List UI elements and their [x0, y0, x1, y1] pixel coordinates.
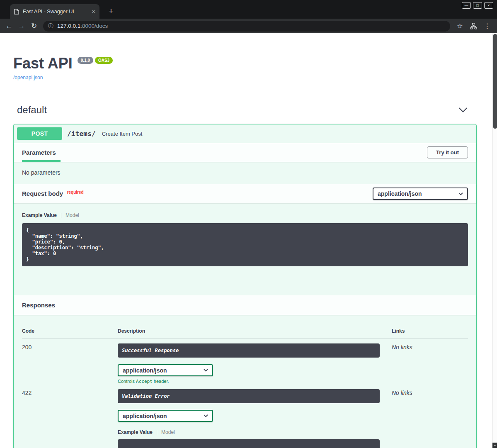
browser-toolbar: ← → ↻ ⓘ 127.0.0.1 :8000/docs ☆ ⋮	[0, 19, 497, 33]
request-body-content: Example Value Model { "name": "string", …	[14, 203, 476, 295]
request-media-type-select[interactable]: application/json	[373, 187, 468, 200]
response-code-422: 422	[22, 384, 118, 448]
request-body-label: Request body	[22, 190, 63, 197]
browser-tabstrip: Fast API - Swagger UI × + — □ ×	[0, 0, 497, 19]
response-description-422: Validation Error	[118, 389, 380, 403]
request-example-json: { "name": "string", "price": 0, "descrip…	[22, 223, 468, 266]
parameters-header: Parameters Try it out	[14, 143, 476, 162]
openapi-spec-link[interactable]: /openapi.json	[13, 75, 43, 80]
response-row-200: 200 Successful Response application/json…	[22, 338, 468, 384]
api-header: Fast API 0.1.0 OAS3	[13, 56, 477, 71]
required-label: required	[67, 190, 84, 195]
browser-tab[interactable]: Fast API - Swagger UI ×	[10, 4, 99, 19]
page-content: Fast API 0.1.0 OAS3 /openapi.json defaul…	[0, 33, 492, 448]
tab-example-value[interactable]: Example Value	[118, 429, 153, 435]
scroll-down-button[interactable]	[492, 443, 497, 448]
tab-close-icon[interactable]: ×	[92, 8, 95, 15]
tab-model[interactable]: Model	[161, 429, 175, 435]
col-header-code: Code	[22, 328, 118, 338]
responses-table-head: Code Description Links	[22, 328, 468, 338]
address-bar[interactable]: ⓘ 127.0.0.1 :8000/docs	[43, 21, 450, 32]
chevron-down-icon	[458, 107, 468, 113]
response-links-422: No links	[380, 384, 468, 448]
col-header-description: Description	[118, 328, 380, 338]
bookmark-star-icon[interactable]: ☆	[454, 20, 465, 32]
select-chevron-icon	[204, 414, 208, 417]
response-code-200: 200	[22, 338, 118, 384]
window-maximize-button[interactable]: □	[473, 2, 482, 9]
col-header-links: Links	[380, 328, 468, 338]
tab-example-value[interactable]: Example Value	[22, 212, 57, 218]
try-it-out-button[interactable]: Try it out	[427, 146, 468, 158]
response-example-json-partial	[118, 439, 380, 448]
back-button[interactable]: ←	[3, 20, 15, 32]
response-media-type-select-200[interactable]: application/json	[118, 364, 213, 376]
swagger-wrapper: Fast API 0.1.0 OAS3 /openapi.json defaul…	[0, 33, 492, 448]
window-controls: — □ ×	[462, 2, 493, 9]
response-description-cell: Validation Error application/json Exampl…	[118, 384, 380, 448]
response-media-type-select-422[interactable]: application/json	[118, 410, 213, 422]
tag-title: default	[17, 104, 47, 116]
response-description-200: Successful Response	[118, 343, 380, 358]
tab-title: Fast API - Swagger UI	[23, 9, 89, 15]
response-row-422: 422 Validation Error application/json Ex…	[22, 384, 468, 448]
tab-groups-icon[interactable]	[468, 20, 479, 32]
accept-note-prefix: Controls	[118, 379, 136, 384]
page-favicon-icon	[14, 9, 19, 15]
responses-header: Responses	[14, 295, 476, 315]
example-model-tabs: Example Value Model	[118, 429, 380, 435]
version-badge: 0.1.0	[78, 57, 93, 64]
window-minimize-button[interactable]: —	[462, 2, 471, 9]
method-badge: POST	[17, 127, 62, 140]
browser-window: Fast API - Swagger UI × + — □ × ← → ↻ ⓘ …	[0, 0, 497, 448]
tab-divider	[61, 213, 61, 218]
accept-note-code: Accept	[136, 379, 153, 384]
selected-media-type: application/json	[378, 190, 422, 197]
operation-summary[interactable]: POST /items/ Create Item Post	[14, 124, 476, 143]
tab-divider	[157, 430, 157, 435]
selected-media-type: application/json	[123, 413, 167, 419]
api-badges: 0.1.0 OAS3	[78, 57, 113, 64]
window-close-button[interactable]: ×	[484, 2, 493, 9]
new-tab-button[interactable]: +	[105, 5, 117, 17]
menu-icon[interactable]: ⋮	[482, 20, 493, 32]
tag-section-default[interactable]: default	[13, 102, 477, 121]
select-chevron-icon	[458, 192, 463, 195]
select-chevron-icon	[204, 369, 208, 372]
operation-description: Create Item Post	[102, 131, 143, 137]
api-title: Fast API	[13, 56, 73, 71]
oas3-badge: OAS3	[95, 57, 113, 64]
page-info-icon[interactable]: ⓘ	[48, 22, 53, 30]
opblock-post-items: POST /items/ Create Item Post Parameters…	[13, 124, 477, 448]
url-host: 127.0.0.1	[57, 23, 80, 29]
response-links-200: No links	[380, 338, 468, 384]
tab-parameters[interactable]: Parameters	[22, 149, 56, 156]
active-tab-underline	[22, 160, 61, 162]
request-body-label-group: Request body required	[22, 190, 84, 197]
scroll-down-arrow-icon	[494, 445, 496, 446]
tab-model[interactable]: Model	[65, 212, 79, 218]
accept-note-suffix: header.	[153, 379, 169, 384]
request-body-header: Request body required application/json	[14, 184, 476, 203]
responses-table: Code Description Links 200 Successful Re…	[14, 315, 476, 448]
scrollbar-thumb[interactable]	[493, 34, 497, 129]
no-parameters-message: No parameters	[14, 162, 476, 184]
response-description-cell: Successful Response application/json Con…	[118, 338, 380, 384]
forward-button[interactable]: →	[15, 20, 28, 32]
accept-header-note: Controls Accept header.	[118, 379, 380, 384]
example-model-tabs: Example Value Model	[22, 212, 468, 218]
selected-media-type: application/json	[123, 367, 167, 374]
responses-title: Responses	[22, 302, 55, 309]
reload-button[interactable]: ↻	[28, 20, 40, 32]
operation-path: /items/	[67, 130, 96, 138]
scrollbar-track[interactable]	[492, 33, 497, 448]
url-path: :8000/docs	[80, 23, 108, 29]
